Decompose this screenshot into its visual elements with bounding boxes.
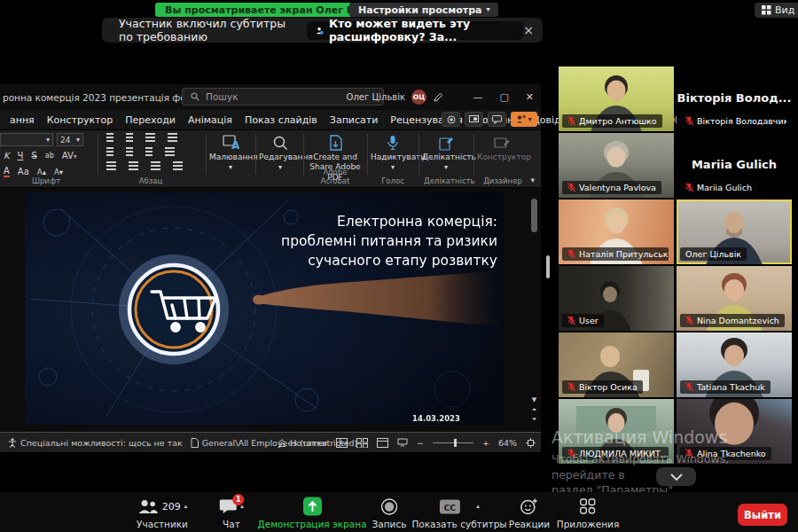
microphone-icon	[371, 133, 415, 151]
next-slide-icon[interactable]: ⏷	[532, 417, 537, 423]
participant-tile[interactable]: Valentyna Pavlova	[559, 133, 674, 198]
grow-font-button[interactable]: A▴	[37, 168, 46, 176]
tab-transitions[interactable]: Переходи	[119, 114, 182, 126]
sensitivity-button[interactable]: Делікатність▾	[422, 133, 470, 173]
participant-tile-active-speaker[interactable]: Олег Цільвік	[677, 200, 792, 264]
tab-record[interactable]: Записати	[324, 114, 384, 126]
zoom-slider[interactable]	[433, 442, 473, 443]
font-color-button[interactable]: A	[4, 166, 10, 177]
voice-group-label: Голос	[371, 176, 415, 185]
chevron-up-icon[interactable]: ▴	[476, 503, 480, 510]
slide-canvas: Електронна комерція: проблемні питання т…	[0, 188, 541, 432]
shrink-font-button[interactable]: A▾	[54, 168, 63, 176]
zoom-level[interactable]: 64%	[498, 438, 517, 448]
participant-tile[interactable]: Віктор Осика	[559, 332, 674, 397]
align-right-icon[interactable]	[151, 161, 160, 163]
svg-text:CC: CC	[443, 502, 456, 512]
close-icon[interactable]: ×	[523, 24, 534, 36]
participant-tile[interactable]: Tatiana Tkachuk	[677, 332, 792, 397]
previous-slide-icon[interactable]: ⏶	[532, 407, 537, 413]
panel-resize-handle[interactable]	[546, 255, 550, 278]
transcript-visibility-button[interactable]: Кто может видеть эту расшифровку? За...	[307, 21, 523, 40]
collapse-ribbon-icon[interactable]: ▾	[530, 176, 535, 184]
reading-view-icon[interactable]	[377, 438, 388, 448]
zoom-in-button[interactable]: +	[482, 438, 489, 448]
tab-slideshow[interactable]: Показ слайдів	[239, 114, 324, 126]
dictate-button[interactable]: Надиктувати▾	[371, 133, 415, 173]
zoom-slider-thumb[interactable]	[454, 439, 457, 447]
slide[interactable]: Електронна комерція: проблемні питання т…	[25, 192, 504, 425]
slide-sorter-icon[interactable]	[356, 438, 368, 448]
fit-slide-icon[interactable]	[526, 438, 536, 448]
font-size-select[interactable]: 24▾	[57, 133, 83, 146]
close-icon[interactable]: ✕	[526, 91, 534, 103]
account-area[interactable]: Олег Цільвік ОЦ	[347, 84, 443, 110]
record-button[interactable]: Запись	[372, 497, 407, 529]
view-button[interactable]: Вид	[755, 3, 798, 18]
record-button[interactable]	[442, 112, 460, 127]
participant-tile[interactable]: Nina Domantzevich	[677, 266, 792, 331]
chat-button[interactable]: 1 ▴ Чат	[219, 497, 244, 529]
draw-button[interactable]: A Малювання▾	[209, 133, 252, 173]
view-options-button[interactable]: Настройки просмотра ▾	[349, 3, 498, 17]
tab-design[interactable]: Конструктор	[41, 114, 119, 126]
change-case-button[interactable]: Aa	[18, 167, 29, 176]
align-text-icon[interactable]	[165, 147, 175, 149]
ribbon-tabs: ання Конструктор Переходи Анімація Показ…	[0, 110, 541, 129]
editing-button[interactable]: Редагування▾	[259, 133, 301, 173]
participant-display-name: Mariia Gulich	[677, 158, 792, 171]
share-button[interactable]: ▾	[511, 112, 537, 127]
comments-button[interactable]	[488, 112, 506, 127]
slideshow-icon[interactable]	[397, 438, 408, 448]
leave-meeting-button[interactable]: Выйти	[738, 504, 787, 526]
record-icon	[447, 115, 456, 124]
align-left-icon[interactable]	[106, 161, 116, 163]
cc-icon: CC	[439, 499, 460, 514]
scroll-down-icon[interactable]: ▼	[532, 397, 536, 403]
participant-tile[interactable]: User	[559, 266, 674, 331]
numbering-icon[interactable]	[126, 133, 133, 135]
present-button[interactable]	[465, 112, 483, 127]
justify-icon[interactable]	[173, 161, 183, 163]
text-direction-icon[interactable]	[168, 133, 177, 135]
columns-icon[interactable]	[145, 147, 153, 149]
character-spacing-button[interactable]: AV▾	[62, 151, 77, 160]
slide-date: 14.03.2023	[412, 414, 460, 423]
tab-animations[interactable]: Анімація	[182, 114, 239, 126]
strikethrough-button[interactable]: S	[31, 151, 36, 160]
decrease-indent-icon[interactable]	[106, 147, 113, 149]
participant-tile[interactable]: Наталія Притульська	[559, 200, 674, 264]
participant-tile[interactable]: ЛЮДМИЛА МИКИТ...	[559, 399, 674, 464]
increase-indent-icon[interactable]	[126, 147, 133, 149]
captions-button[interactable]: CC ▴ Показать субтитры	[411, 497, 506, 529]
scrollbar-thumb[interactable]	[531, 199, 537, 232]
participant-tile[interactable]: Дмитро Антюшко	[559, 66, 674, 131]
collapse-videos-button[interactable]	[656, 467, 696, 486]
apps-button[interactable]: Приложения	[557, 497, 619, 529]
maximize-icon[interactable]: ▢	[499, 91, 508, 103]
tab-partial[interactable]: ання	[4, 114, 41, 126]
italic-button[interactable]: K	[4, 151, 10, 160]
underline-button[interactable]: Ч	[18, 151, 24, 160]
screen-share-button[interactable]: Демонстрация экрана	[258, 497, 367, 529]
notes-button[interactable]: Нотатки	[278, 438, 327, 448]
participants-count: 209	[162, 501, 181, 512]
participants-button[interactable]: 209 ▴ Участники	[137, 497, 188, 529]
pen-icon[interactable]	[433, 92, 443, 103]
font-name-select[interactable]: ▾	[0, 133, 53, 146]
designer-button[interactable]: Конструктор	[477, 133, 527, 162]
accessibility-status[interactable]: Спеціальні можливості: щось не так	[8, 438, 183, 448]
participant-tile[interactable]: Mariia Gulich Mariia Gulich	[677, 133, 792, 198]
align-center-icon[interactable]	[129, 161, 138, 163]
zoom-out-button[interactable]: −	[417, 438, 424, 448]
line-spacing-icon[interactable]	[145, 133, 155, 135]
minimize-icon[interactable]: —	[473, 91, 482, 103]
normal-view-icon[interactable]	[336, 438, 348, 448]
reactions-button[interactable]: Реакции	[509, 497, 550, 529]
chevron-up-icon[interactable]: ▴	[184, 503, 188, 510]
subscript-button[interactable]: ab	[45, 152, 54, 160]
vertical-scrollbar[interactable]: ▼ ⏶ ⏷	[530, 195, 538, 423]
participant-tile[interactable]: Alina Tkachenko	[677, 399, 792, 464]
participant-tile[interactable]: Вікторія Волод... Вікторія Володавчик	[677, 66, 792, 131]
bullets-icon[interactable]	[106, 133, 113, 135]
